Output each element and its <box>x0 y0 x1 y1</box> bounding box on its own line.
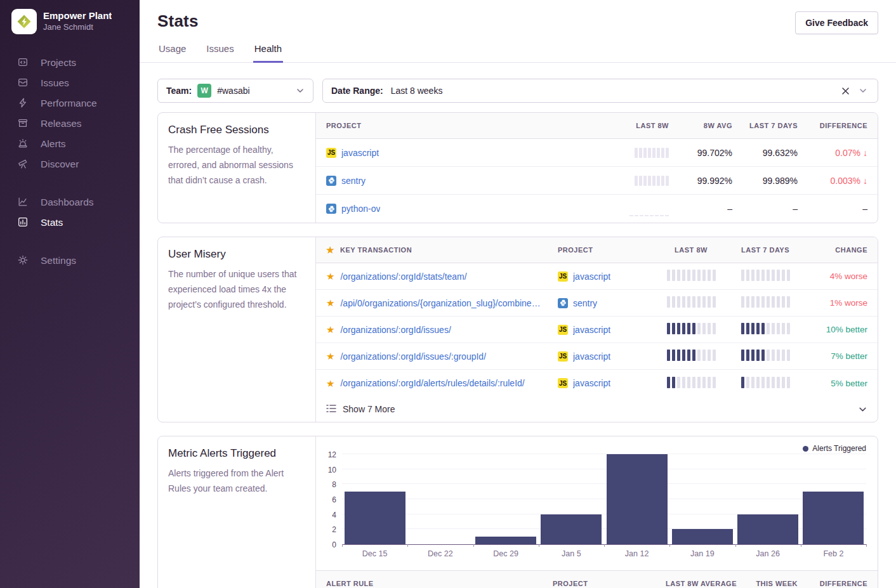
x-tick <box>866 544 867 547</box>
project-link[interactable]: sentry <box>341 176 366 186</box>
project-cell: JSjavascript <box>558 271 654 282</box>
javascript-platform-icon: JS <box>558 378 568 388</box>
sidebar-item-issues[interactable]: Issues <box>0 72 140 93</box>
tab-issues[interactable]: Issues <box>205 43 235 63</box>
x-tick <box>473 544 474 547</box>
score-bar <box>777 350 780 361</box>
project-link[interactable]: javascript <box>573 351 610 362</box>
score-bar <box>692 270 695 281</box>
star-icon[interactable]: ★ <box>326 379 334 388</box>
crash-free-table: PROJECTLAST 8W8W AVGLAST 7 DAYSDIFFERENC… <box>316 113 878 223</box>
score-bar <box>702 270 706 281</box>
score-bar <box>702 377 706 388</box>
score-bar <box>702 323 706 334</box>
crash-free-sessions-panel: Crash Free Sessions The percentage of he… <box>157 112 878 223</box>
transaction-link[interactable]: /organizations/:orgId/issues/:groupId/ <box>340 351 486 362</box>
tab-usage[interactable]: Usage <box>157 43 187 63</box>
score-bar <box>667 350 670 361</box>
sidebar-item-discover[interactable]: Discover <box>0 154 140 174</box>
chart-bar[interactable] <box>475 537 536 544</box>
score-bar <box>756 270 760 281</box>
sidebar-item-label: Settings <box>41 254 76 266</box>
sidebar-item-alerts[interactable]: Alerts <box>0 133 140 154</box>
score-bar <box>667 296 670 308</box>
date-range-value: Last 8 weeks <box>391 86 443 96</box>
give-feedback-button[interactable]: Give Feedback <box>795 11 878 34</box>
score-bar <box>692 323 695 334</box>
x-tick-label: Dec 15 <box>342 549 407 558</box>
last-7-days-cell <box>728 350 803 363</box>
spark-bar <box>665 215 669 216</box>
org-switcher[interactable]: Empower Plant Jane Schmidt <box>0 9 140 34</box>
score-bar <box>746 270 749 281</box>
x-tick-label: Jan 19 <box>669 549 735 558</box>
y-tick-label: 10 <box>328 466 336 474</box>
panel-description: The percentage of healthy, errored, and … <box>168 142 305 188</box>
last-7-days-cell <box>728 323 803 336</box>
chart-bar[interactable] <box>803 492 864 544</box>
x-tick-label: Jan 26 <box>735 549 801 558</box>
star-icon[interactable]: ★ <box>326 298 334 308</box>
x-tick <box>342 544 343 547</box>
chart-bar[interactable] <box>607 454 668 544</box>
score-bar <box>677 323 680 334</box>
score-bar <box>787 377 790 388</box>
sidebar-item-stats[interactable]: Stats <box>0 212 140 232</box>
table-row: ★/organizations/:orgId/issues/JSjavascri… <box>316 317 878 343</box>
sidebar-item-projects[interactable]: Projects <box>0 52 140 72</box>
score-bar <box>756 296 760 308</box>
show-more-button[interactable]: Show 7 More <box>316 396 878 422</box>
transaction-link[interactable]: /api/0/organizations/{organization_slug}… <box>340 298 540 308</box>
sidebar-item-settings[interactable]: Settings <box>0 250 140 270</box>
transaction-link[interactable]: /organizations/:orgId/issues/ <box>340 325 451 335</box>
transaction-link[interactable]: /organizations/:orgId/alerts/rules/detai… <box>340 378 524 388</box>
last-7-days-cell <box>728 270 803 283</box>
score-bar <box>697 270 701 281</box>
date-range-filter[interactable]: Date Range: Last 8 weeks <box>322 79 878 103</box>
project-link[interactable]: javascript <box>573 325 610 335</box>
project-link[interactable]: sentry <box>573 298 597 308</box>
star-icon[interactable]: ★ <box>326 325 334 334</box>
difference-value: 0.07%↓ <box>798 148 867 158</box>
sidebar-item-performance[interactable]: Performance <box>0 93 140 113</box>
star-icon[interactable]: ★ <box>326 271 334 281</box>
team-filter[interactable]: Team: W #wasabi <box>157 79 313 103</box>
transaction-link[interactable]: /organizations/:orgId/stats/team/ <box>340 271 466 282</box>
chart-bar[interactable] <box>672 529 733 544</box>
chart-bar-slot <box>473 455 539 544</box>
score-bar <box>708 350 711 361</box>
tab-health[interactable]: Health <box>253 43 283 63</box>
project-link[interactable]: javascript <box>573 378 610 388</box>
star-icon[interactable]: ★ <box>326 351 334 361</box>
spark-bar <box>645 215 649 216</box>
score-bar <box>692 350 695 361</box>
column-header: 8W AVG <box>669 122 732 129</box>
sidebar-item-releases[interactable]: Releases <box>0 113 140 133</box>
javascript-platform-icon: JS <box>558 325 568 335</box>
project-link[interactable]: javascript <box>573 271 610 282</box>
project-link[interactable]: python-ov <box>341 204 380 214</box>
score-bars <box>728 270 803 281</box>
chart-legend[interactable]: Alerts Triggered <box>803 444 866 453</box>
chevron-down-icon[interactable] <box>857 84 869 97</box>
chart-bar[interactable] <box>541 514 602 544</box>
score-bar <box>708 296 711 308</box>
spark-bar <box>650 215 654 216</box>
arrow-down-icon: ↓ <box>863 148 867 158</box>
panel-description: The number of unique users that experien… <box>168 266 305 312</box>
project-link[interactable]: javascript <box>341 148 379 158</box>
chart-bar[interactable] <box>737 514 798 544</box>
org-logo-icon <box>11 9 37 34</box>
table-row: ★/organizations/:orgId/alerts/rules/deta… <box>316 370 878 396</box>
score-bar <box>767 350 770 361</box>
clear-date-icon[interactable] <box>839 84 852 97</box>
crash-free-table-header: PROJECTLAST 8W8W AVGLAST 7 DAYSDIFFERENC… <box>316 113 878 139</box>
chart-bar[interactable] <box>345 492 405 544</box>
alerts-triggered-chart: Alerts Triggered 024681012 Dec 15Dec 22D… <box>316 436 878 570</box>
project-cell: python-ov <box>326 204 594 214</box>
score-bar <box>756 323 760 334</box>
score-bar <box>777 296 780 308</box>
sidebar-item-dashboards[interactable]: Dashboards <box>0 192 140 212</box>
score-bar <box>697 377 701 388</box>
score-bar <box>672 270 675 281</box>
